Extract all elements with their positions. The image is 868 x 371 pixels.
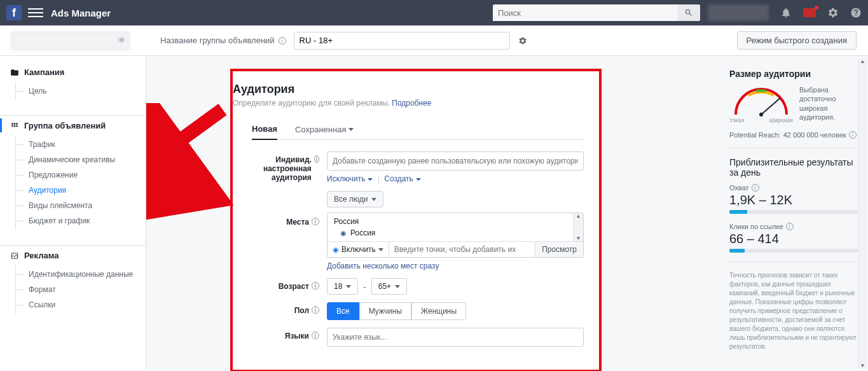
sidebar: Кампания Цель Группа объявлений Трафик Д… — [0, 56, 146, 371]
languages-input[interactable] — [327, 328, 584, 347]
gender-female-button[interactable]: Женщины — [411, 302, 466, 320]
clicks-metric-label: Клики по ссылкеi — [729, 223, 858, 230]
info-icon[interactable]: i — [312, 282, 319, 290]
info-icon[interactable]: i — [849, 131, 857, 139]
chevron-down-icon — [119, 39, 124, 42]
gauge-status-text: Выбрана достаточно широкая аудитория. — [799, 85, 858, 122]
account-avatar[interactable] — [708, 4, 769, 21]
custom-audience-label: Индивид. настроенная аудиторияi — [233, 151, 327, 183]
sidebar-item-goal[interactable]: Цель — [16, 83, 135, 99]
people-in-location-dropdown[interactable]: Все люди — [327, 191, 383, 207]
annotation-arrow-icon — [146, 103, 235, 224]
page-scrollbar[interactable]: ▲▼ — [858, 59, 867, 368]
view-map-button[interactable]: Просмотр — [535, 242, 583, 257]
svg-line-1 — [761, 98, 780, 115]
chevron-down-icon — [395, 285, 400, 288]
include-exclude-dropdown[interactable]: ◉ Включить — [327, 242, 389, 257]
info-icon[interactable]: i — [314, 155, 319, 163]
image-icon — [10, 251, 19, 260]
reach-metric-label: Охватi — [729, 184, 858, 192]
sidebar-section-adset: Группа объявлений Трафик Динамические кр… — [0, 121, 146, 240]
audience-section: Аудитория Определите аудиторию для своей… — [230, 69, 602, 371]
search-input[interactable] — [493, 5, 677, 21]
adset-name-label: Название группы объявлений i — [160, 36, 286, 45]
age-label: Возрастi — [233, 278, 327, 295]
create-audience-link[interactable]: Создать — [384, 174, 421, 183]
sidebar-item-links[interactable]: Ссылки — [16, 297, 135, 312]
exclude-link[interactable]: Исключить — [327, 174, 373, 183]
sidebar-item-format[interactable]: Формат — [16, 282, 135, 297]
sidebar-item-audience[interactable]: Аудитория — [16, 183, 135, 198]
reach-progress-bar — [729, 210, 858, 214]
help-icon[interactable] — [850, 7, 862, 18]
chevron-down-icon — [346, 285, 351, 288]
info-icon[interactable]: i — [312, 218, 319, 225]
info-icon[interactable]: i — [312, 306, 319, 314]
potential-reach: Potential Reach:42 000 000 человекi — [729, 131, 858, 139]
app-title: Ads Manager — [51, 8, 111, 18]
sidebar-section-ad: Реклама Идентификационные данные Формат … — [0, 251, 146, 324]
adset-name-input[interactable] — [294, 32, 510, 50]
custom-audience-input[interactable] — [327, 151, 584, 171]
chevron-down-icon — [348, 128, 354, 131]
estimated-results-title: Приблизительные результаты за день — [729, 157, 858, 178]
center-panel: Аудитория Определите аудиторию для своей… — [146, 56, 719, 371]
sidebar-head-ad[interactable]: Реклама — [10, 251, 135, 260]
gender-label: Полi — [233, 302, 327, 320]
right-panel: Размер аудитории УзкаяШирокая Выбр — [719, 56, 868, 371]
gender-male-button[interactable]: Мужчины — [359, 302, 411, 320]
sidebar-head-adset[interactable]: Группа объявлений — [10, 121, 135, 130]
sidebar-head-campaign[interactable]: Кампания — [10, 67, 135, 77]
disclaimer-text: Точность прогнозов зависит от таких факт… — [729, 271, 858, 351]
info-icon[interactable]: i — [786, 223, 794, 230]
subheader: Название группы объявлений i Режим быстр… — [0, 25, 868, 56]
facebook-logo[interactable]: f — [6, 5, 22, 20]
locations-list[interactable]: Россия ◉ Россия ▲▼ — [327, 213, 583, 241]
sidebar-item-offer[interactable]: Предложение — [16, 167, 135, 183]
audience-size-title: Размер аудитории — [729, 69, 858, 79]
info-icon[interactable]: i — [752, 184, 759, 192]
location-search-input[interactable] — [389, 242, 535, 257]
audience-gauge — [729, 85, 793, 118]
info-icon[interactable]: i — [312, 332, 319, 339]
pin-icon: ◉ — [340, 229, 347, 237]
search-box — [493, 4, 700, 21]
clicks-metric-value: 66 – 414 — [729, 232, 858, 246]
location-country: Россия — [334, 217, 577, 226]
locations-box: Россия ◉ Россия ▲▼ ◉ Включить — [327, 213, 584, 258]
topbar-actions — [780, 7, 862, 18]
places-label: Местаi — [233, 191, 327, 270]
chevron-down-icon — [371, 198, 376, 201]
sidebar-item-dynamic-creative[interactable]: Динамические креативы — [16, 152, 135, 167]
search-button[interactable] — [677, 4, 700, 21]
audience-subtitle: Определите аудиторию для своей рекламы. … — [233, 99, 584, 108]
sidebar-item-budget[interactable]: Бюджет и график — [16, 213, 135, 228]
adset-settings-button[interactable] — [515, 33, 530, 48]
gender-all-button[interactable]: Все — [327, 302, 359, 320]
tab-saved-audience[interactable]: Сохраненная — [295, 119, 354, 139]
main: Аудитория Определите аудиторию для своей… — [146, 56, 868, 371]
hamburger-menu-icon[interactable] — [28, 5, 43, 20]
learn-more-link[interactable]: Подробнее — [392, 99, 431, 108]
reach-metric-value: 1,9K – 12K — [729, 193, 858, 207]
languages-label: Языкиi — [233, 328, 327, 347]
sidebar-item-identity[interactable]: Идентификационные данные — [16, 267, 135, 282]
location-selected-item[interactable]: ◉ Россия — [340, 228, 577, 237]
account-selector[interactable] — [11, 32, 130, 50]
scrollbar[interactable]: ▲▼ — [573, 213, 583, 241]
sidebar-item-placements[interactable]: Виды плейсмента — [16, 198, 135, 213]
pin-icon: ◉ — [333, 246, 339, 254]
audience-title: Аудитория — [233, 83, 584, 96]
sidebar-item-traffic[interactable]: Трафик — [16, 137, 135, 152]
flag-notification-icon[interactable] — [803, 8, 816, 17]
grid-icon — [10, 122, 19, 130]
info-icon[interactable]: i — [279, 37, 286, 45]
add-multiple-locations-link[interactable]: Добавить несколько мест сразу — [327, 262, 439, 270]
gear-icon[interactable] — [827, 7, 839, 18]
bell-icon[interactable] — [780, 7, 792, 18]
age-max-dropdown[interactable]: 65+ — [371, 278, 407, 295]
tab-new-audience[interactable]: Новая — [252, 119, 277, 140]
gear-icon — [518, 36, 527, 45]
age-min-dropdown[interactable]: 18 — [327, 278, 358, 295]
quick-create-button[interactable]: Режим быстрого создания — [737, 31, 857, 50]
